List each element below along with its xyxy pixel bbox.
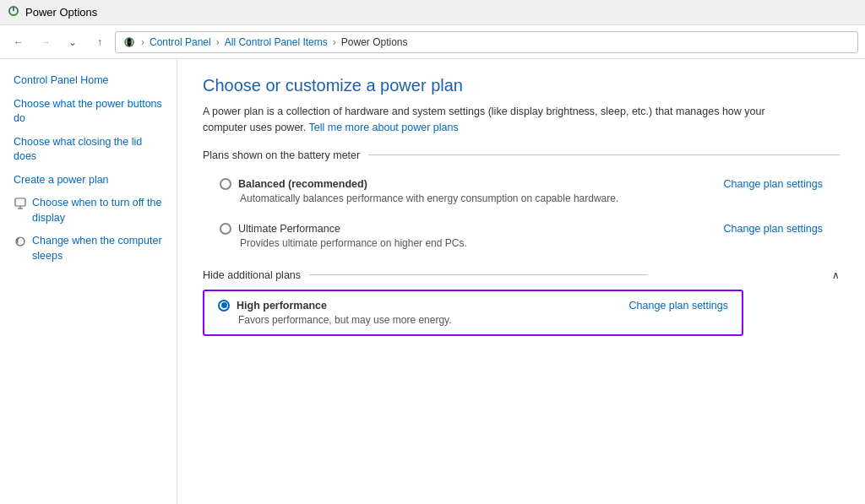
breadcrumb-separator: › bbox=[141, 36, 144, 48]
balanced-plan-name: Balanced (recommended) bbox=[238, 178, 367, 190]
high-performance-label-row: High performance bbox=[218, 300, 327, 312]
breadcrumb-all-items[interactable]: All Control Panel Items bbox=[225, 36, 328, 48]
hide-additional-plans-label: Hide additional plans bbox=[203, 269, 301, 281]
hide-additional-chevron[interactable]: ∧ bbox=[832, 269, 840, 281]
ultimate-plan-label-row: Ultimate Performance bbox=[220, 223, 340, 235]
ultimate-plan-row: Ultimate Performance Change plan setting… bbox=[220, 223, 823, 235]
ultimate-plan-desc: Provides ultimate performance on higher … bbox=[240, 237, 823, 249]
main-content: Control Panel Home Choose what the power… bbox=[0, 59, 865, 504]
sidebar-item-computer-sleeps[interactable]: Change when the computer sleeps bbox=[0, 230, 177, 268]
monitor-icon bbox=[14, 197, 27, 210]
high-performance-radio[interactable] bbox=[218, 300, 230, 312]
sleep-icon bbox=[14, 235, 27, 248]
high-performance-plan-desc: Favors performance, but may use more ene… bbox=[238, 314, 728, 326]
high-performance-highlighted-box: High performance Change plan settings Fa… bbox=[203, 290, 743, 336]
titlebar: Power Options bbox=[0, 0, 865, 25]
sidebar-item-power-buttons[interactable]: Choose what the power buttons do bbox=[0, 93, 177, 131]
high-performance-change-plan-link[interactable]: Change plan settings bbox=[629, 300, 728, 312]
balanced-change-plan-link[interactable]: Change plan settings bbox=[724, 178, 823, 190]
balanced-radio[interactable] bbox=[220, 178, 231, 190]
learn-more-link[interactable]: Tell me more about power plans bbox=[309, 122, 459, 133]
back-button[interactable]: ← bbox=[7, 30, 30, 54]
sidebar: Control Panel Home Choose what the power… bbox=[0, 59, 177, 504]
plans-section-header: Plans shown on the battery meter bbox=[203, 149, 840, 161]
sidebar-item-turn-off-display[interactable]: Choose when to turn off the display bbox=[0, 192, 177, 230]
balanced-plan-row: Balanced (recommended) Change plan setti… bbox=[220, 178, 823, 190]
high-performance-plan-row: High performance Change plan settings bbox=[218, 300, 728, 312]
balanced-plan-item: Balanced (recommended) Change plan setti… bbox=[203, 171, 840, 211]
recent-locations-button[interactable]: ⌄ bbox=[61, 30, 84, 54]
sidebar-item-create-plan[interactable]: Create a power plan bbox=[0, 169, 177, 192]
sidebar-item-control-panel-home[interactable]: Control Panel Home bbox=[0, 69, 177, 93]
high-performance-plan-name: High performance bbox=[237, 300, 327, 312]
breadcrumb-power-options: Power Options bbox=[341, 36, 408, 48]
titlebar-icon bbox=[7, 4, 20, 20]
balanced-plan-label-row: Balanced (recommended) bbox=[220, 178, 367, 190]
titlebar-title: Power Options bbox=[25, 6, 97, 19]
breadcrumb-control-panel[interactable]: Control Panel bbox=[150, 36, 211, 48]
content-area: Choose or customize a power plan A power… bbox=[177, 59, 865, 504]
ultimate-plan-item: Ultimate Performance Change plan setting… bbox=[203, 216, 840, 256]
address-icon bbox=[122, 35, 136, 49]
address-bar: › Control Panel › All Control Panel Item… bbox=[115, 31, 858, 53]
navbar: ← → ⌄ ↑ › Control Panel › All Control Pa… bbox=[0, 25, 865, 59]
balanced-plan-desc: Automatically balances performance with … bbox=[240, 192, 823, 204]
ultimate-change-plan-link[interactable]: Change plan settings bbox=[724, 223, 823, 235]
sidebar-item-closing-lid[interactable]: Choose what closing the lid does bbox=[0, 131, 177, 169]
ultimate-plan-name: Ultimate Performance bbox=[238, 223, 340, 235]
forward-button[interactable]: → bbox=[34, 30, 57, 54]
page-description: A power plan is a collection of hardware… bbox=[203, 104, 794, 136]
hide-additional-plans-header: Hide additional plans ∧ bbox=[203, 269, 840, 281]
page-title: Choose or customize a power plan bbox=[203, 76, 840, 95]
ultimate-radio[interactable] bbox=[220, 223, 231, 235]
up-button[interactable]: ↑ bbox=[88, 30, 112, 54]
svg-rect-5 bbox=[15, 198, 25, 206]
